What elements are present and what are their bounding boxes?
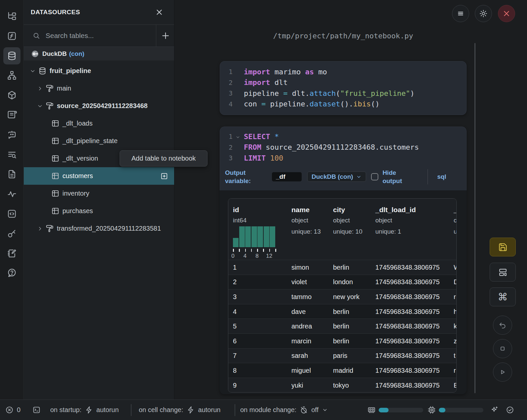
hide-output-checkbox[interactable]	[371, 173, 378, 180]
table-row[interactable]: 3tammonew york1745968348.3806975r	[228, 289, 456, 304]
rail-file-tree-button[interactable]	[3, 8, 20, 25]
notebook-path: /tmp/project/path/my_notebook.py	[220, 32, 467, 40]
chevron-right-icon[interactable]	[36, 85, 44, 92]
line-number: 3	[227, 89, 233, 97]
close-icon	[502, 9, 511, 18]
tree-item-_dlt_pipeline_state[interactable]: _dlt_pipeline_state	[24, 132, 174, 150]
run-button[interactable]	[493, 363, 512, 382]
rail-secrets-button[interactable]	[3, 225, 20, 242]
stop-button[interactable]	[493, 339, 512, 358]
table-cell: 1745968348.3806975	[375, 366, 440, 374]
close-panel-icon[interactable]	[155, 8, 164, 17]
fold-chevron-icon[interactable]	[235, 134, 241, 140]
chevron-right-icon[interactable]	[36, 225, 44, 232]
ai-assist-button[interactable]	[490, 400, 499, 420]
code-line[interactable]: 4con = pipeline.dataset().ibis()	[220, 99, 466, 110]
table-cell: k	[454, 323, 457, 330]
shutdown-button[interactable]	[498, 5, 515, 22]
save-button[interactable]	[490, 238, 516, 256]
rail-packages-button[interactable]	[3, 87, 20, 104]
sparkles-icon	[490, 406, 499, 414]
tree-item-customers[interactable]: customers	[24, 167, 174, 185]
table-row[interactable]: 7sarahparis1745968348.3806975t	[228, 348, 456, 363]
rail-search-logs-button[interactable]	[3, 146, 20, 163]
tree-item-source_202504291112283468[interactable]: source_202504291112283468	[24, 97, 174, 115]
menu-button[interactable]	[452, 5, 469, 22]
rail-activity-button[interactable]	[3, 185, 20, 203]
on-cell-change-setting[interactable]: on cell change: autorun	[139, 400, 220, 420]
chevron-down-icon[interactable]	[29, 68, 36, 74]
chevron-down-icon[interactable]	[36, 103, 44, 109]
play-icon	[498, 368, 507, 376]
datasources-icon	[7, 51, 17, 61]
table-row[interactable]: 1simonberlin1745968348.3806975W	[228, 260, 456, 275]
table-row[interactable]: 5andreaberlin1745968348.3806975k	[228, 319, 456, 333]
code-line[interactable]: 1SELECT *	[220, 131, 466, 142]
line-number: 4	[227, 100, 233, 108]
code-line[interactable]: 2import dlt	[220, 77, 466, 88]
tree-item-label: _dlt_pipeline_state	[62, 137, 118, 145]
code-line[interactable]: 3pipeline = dlt.attach("fruit_pipeline")	[220, 88, 466, 99]
rail-datasources-button[interactable]	[3, 47, 20, 64]
error-indicator[interactable]: 0	[5, 400, 20, 420]
timer-off-icon	[300, 406, 308, 414]
layout-button[interactable]	[490, 263, 516, 282]
tree-item-transformed_202504291112283581[interactable]: transformed_202504291112283581	[24, 220, 174, 237]
table-cell: london	[333, 278, 353, 286]
python-cell[interactable]: 1import marimo as mo2import dlt3pipeline…	[220, 61, 467, 115]
settings-button[interactable]	[475, 5, 492, 22]
engine-select[interactable]: DuckDB (con)	[307, 172, 366, 182]
rail-dependencies-button[interactable]	[3, 67, 20, 84]
table-row[interactable]: 2violetlondon1745968348.3806975D	[228, 275, 456, 289]
add-table-button[interactable]	[160, 172, 168, 180]
table-cell: 7	[233, 352, 237, 360]
terminal-button[interactable]	[32, 400, 41, 420]
connection-status[interactable]	[506, 400, 514, 420]
rail-snippets-button[interactable]	[3, 205, 20, 222]
table-row[interactable]: 8miguelmadrid1745968348.3806975r	[228, 363, 456, 378]
tree-item-fruit_pipeline[interactable]: fruit_pipeline	[24, 62, 174, 80]
search-input[interactable]: Search tables...	[46, 32, 94, 40]
tree-item-label: main	[57, 85, 71, 92]
on-startup-setting[interactable]: on startup: autorun	[50, 400, 119, 420]
stop-icon	[498, 344, 507, 353]
undo-button[interactable]	[493, 316, 512, 335]
memory-indicator	[367, 400, 376, 420]
table-row[interactable]: 6marcinberlin1745968348.3806975z	[228, 333, 456, 348]
table-cell: h	[454, 308, 457, 315]
scratchpad-icon	[7, 248, 17, 258]
result-table[interactable]: idint64nameobjectunique: 13cityobjectuni…	[228, 198, 457, 393]
notebook-scrollbar[interactable]	[474, 43, 475, 393]
code-line[interactable]: 2FROM source_202504291112283468.customer…	[220, 142, 466, 153]
tree-item-_dlt_loads[interactable]: _dlt_loads	[24, 115, 174, 132]
table-row[interactable]: 4daveberlin1745968348.3806975h	[228, 304, 456, 319]
on-module-change-setting[interactable]: on module change: off	[240, 400, 328, 420]
rail-scratchpad-button[interactable]	[3, 245, 20, 262]
table-cell: tammo	[291, 293, 312, 300]
rail-functions-button[interactable]	[3, 27, 20, 45]
keyboard-shortcuts-button[interactable]: ⌘	[490, 287, 516, 306]
hide-output-label: Hide output	[383, 169, 410, 185]
tree-item-main[interactable]: main	[24, 80, 174, 97]
rail-help-button[interactable]	[3, 264, 20, 282]
engine-row-duckdb[interactable]: DuckDB (con)	[24, 47, 174, 60]
add-datasource-button[interactable]	[161, 31, 170, 41]
tree-item-purchases[interactable]: purchases	[24, 202, 174, 220]
dependencies-icon	[7, 70, 17, 80]
code-line[interactable]: 1import marimo as mo	[220, 66, 466, 77]
code-line[interactable]: 3LIMIT 100	[220, 153, 466, 164]
table-cell: 1745968348.3806975	[375, 263, 440, 271]
rail-ai-chat-button[interactable]	[3, 126, 20, 143]
help-icon	[7, 268, 17, 278]
table-cell: berlin	[333, 263, 349, 271]
packages-icon	[7, 90, 17, 100]
cpu-icon	[428, 406, 436, 414]
rail-documentation-button[interactable]	[3, 166, 20, 183]
output-variable-input[interactable]: _df	[272, 172, 302, 181]
rail-logs-button[interactable]	[3, 106, 20, 124]
table-row[interactable]: 9yukitokyo1745968348.3806975E	[228, 378, 456, 393]
undo-icon	[498, 321, 507, 329]
table-icon	[51, 189, 59, 198]
tree-item-inventory[interactable]: inventory	[24, 185, 174, 202]
line-number: 1	[227, 133, 233, 140]
